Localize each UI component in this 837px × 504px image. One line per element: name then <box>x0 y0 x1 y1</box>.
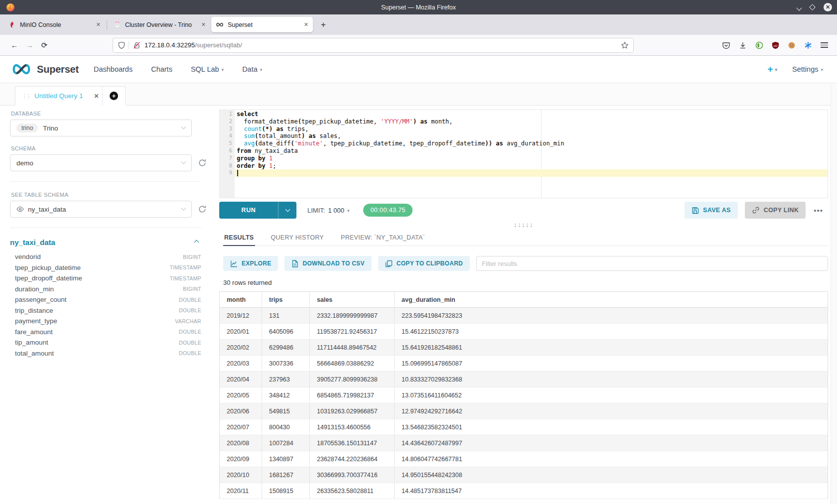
window-maximize-icon[interactable] <box>809 4 816 10</box>
table-column-row[interactable]: payment_type VARCHAR <box>10 316 201 327</box>
reload-button[interactable]: ⟳ <box>37 41 52 50</box>
window-minimize-icon[interactable] <box>797 3 801 12</box>
tab-title: Superset <box>228 21 300 28</box>
table-row[interactable]: 2020/03300733656664869.0388629215.096995… <box>220 356 828 372</box>
query-tab-active[interactable]: ⋮⋮ Untitled Query 1 ✕ <box>15 86 103 106</box>
table-column-row[interactable]: passenger_count DOUBLE <box>10 294 201 305</box>
table-schema-value: ny_taxi_data <box>28 206 66 213</box>
column-type: TIMESTAMP <box>170 275 201 281</box>
table-column-list: vendorid BIGINT tpep_pickup_datetime TIM… <box>10 252 201 359</box>
table-column-row[interactable]: fare_amount DOUBLE <box>10 327 201 338</box>
column-header[interactable]: month <box>220 292 262 308</box>
more-options-button[interactable]: ••• <box>814 206 823 215</box>
column-header[interactable]: avg_duration_min <box>395 292 828 308</box>
results-tab[interactable]: RESULTS <box>223 231 255 246</box>
refresh-table-icon[interactable] <box>198 205 207 214</box>
settings-menu[interactable]: Settings▾ <box>792 65 823 73</box>
table-column-row[interactable]: trip_distance DOUBLE <box>10 305 201 316</box>
downloads-icon[interactable] <box>739 41 747 49</box>
tab-close-icon[interactable]: ✕ <box>304 21 308 28</box>
drag-handle-icon[interactable]: ⋮⋮ <box>21 93 30 100</box>
back-button[interactable]: ← <box>7 41 22 49</box>
tracking-shield-icon[interactable] <box>118 41 126 49</box>
new-item-button[interactable]: +▾ <box>767 64 777 75</box>
table-schema-select[interactable]: ny_taxi_data <box>10 201 192 218</box>
schema-select[interactable]: demo <box>10 154 192 171</box>
asterisk-extension-icon[interactable] <box>804 41 812 49</box>
limit-dropdown[interactable]: LIMIT: 1 000 ▾ <box>307 207 349 214</box>
table-row[interactable]: 2020/042379633905277.809993623810.833327… <box>220 372 828 387</box>
table-column-row[interactable]: duration_min BIGINT <box>10 284 201 295</box>
run-button[interactable]: RUN <box>219 202 296 219</box>
cookie-extension-icon[interactable] <box>788 41 796 49</box>
editor-code-area[interactable]: select format_datetime(tpep_pickup_datet… <box>235 110 828 198</box>
results-action-button[interactable]: EXPLORE <box>223 256 278 271</box>
url-text[interactable]: 172.18.0.4:32295/superset/sqllab/ <box>144 41 621 49</box>
results-tab[interactable]: QUERY HISTORY <box>270 231 325 246</box>
table-row[interactable]: 2020/026299486117114448.8946754215.64192… <box>220 340 828 356</box>
ublock-icon[interactable]: uO <box>772 41 779 49</box>
filter-results-input[interactable] <box>476 256 828 271</box>
results-tab[interactable]: PREVIEW: `NY_TAXI_DATA` <box>340 231 426 246</box>
new-tab-button[interactable]: + <box>316 18 330 32</box>
run-options-caret[interactable] <box>278 202 296 219</box>
column-name: tpep_pickup_datetime <box>15 264 81 271</box>
results-action-button[interactable]: COPY TO CLIPBOARD <box>378 256 470 271</box>
results-action-button[interactable]: DOWNLOAD TO CSV <box>284 256 371 271</box>
chevron-up-icon[interactable] <box>194 240 199 245</box>
navbar-menu-item[interactable]: Dashboards <box>94 65 133 73</box>
window-close-icon[interactable]: ✕ <box>824 3 832 11</box>
table-cell: 223.59541984732823 <box>395 308 828 323</box>
refresh-schema-icon[interactable] <box>198 158 207 167</box>
table-column-row[interactable]: tpep_pickup_datetime TIMESTAMP <box>10 262 201 273</box>
run-button-label[interactable]: RUN <box>219 202 278 219</box>
table-row[interactable]: 2020/0654981510319263.02996685712.974924… <box>220 403 828 419</box>
column-header[interactable]: sales <box>310 292 395 308</box>
table-column-row[interactable]: tip_amount DOUBLE <box>10 337 201 348</box>
browser-tab[interactable]: Cluster Overview - Trino ✕ <box>109 17 210 32</box>
add-query-tab-button[interactable]: + <box>103 86 126 106</box>
column-type: DOUBLE <box>179 350 201 356</box>
forward-button[interactable]: → <box>22 41 37 49</box>
table-row[interactable]: 2020/11150891526335623.5802881114.485173… <box>220 483 828 499</box>
save-as-button[interactable]: SAVE AS <box>685 202 738 219</box>
tab-close-icon[interactable]: ✕ <box>201 21 206 28</box>
query-tab-close-icon[interactable]: ✕ <box>94 93 99 100</box>
copy-link-button[interactable]: COPY LINK <box>745 202 806 219</box>
table-column-row[interactable]: tpep_dropoff_datetime TIMESTAMP <box>10 273 201 284</box>
table-row[interactable]: 2020/0780043014913153.460055613.54682358… <box>220 419 828 435</box>
column-name: trip_distance <box>15 307 53 314</box>
table-row[interactable]: 2020/016405096119538721.9245631715.46122… <box>220 324 828 340</box>
page-scrollbar[interactable] <box>831 84 837 504</box>
insecure-lock-icon[interactable] <box>133 41 140 49</box>
pane-resize-handle[interactable] <box>219 222 828 228</box>
sql-editor[interactable]: 123456789 select format_datetime(tpep_pi… <box>219 110 828 198</box>
table-row[interactable]: 2019/121312332.1899999999987223.59541984… <box>220 308 828 324</box>
browser-tab[interactable]: Superset ✕ <box>211 17 313 32</box>
address-bar[interactable]: 172.18.0.4:32295/superset/sqllab/ <box>113 38 634 53</box>
results-tab-bar: RESULTS QUERY HISTORY PREVIEW: `NY_TAXI_… <box>223 231 828 246</box>
column-header[interactable]: trips <box>262 292 310 308</box>
table-cell: 2332.1899999999987 <box>310 308 395 323</box>
navbar-menu-item[interactable]: Data▾ <box>242 65 262 73</box>
superset-brand[interactable]: Superset <box>11 64 79 75</box>
pocket-icon[interactable] <box>722 41 730 49</box>
table-row[interactable]: 2020/053484126854865.71998213713.0735164… <box>220 387 828 403</box>
plus-circle-icon: + <box>110 92 118 100</box>
table-column-row[interactable]: vendorid BIGINT <box>10 252 201 262</box>
navbar-menu-item[interactable]: SQL Lab▾ <box>191 65 224 73</box>
extension-green-icon[interactable] <box>755 41 763 49</box>
navbar-menu-item[interactable]: Charts <box>151 65 172 73</box>
gutter-line-number: 4 <box>220 132 232 140</box>
table-row[interactable]: 2020/10168126730366993.70037741614.95015… <box>220 467 828 483</box>
database-select[interactable]: trino Trino <box>10 120 192 136</box>
table-column-row[interactable]: total_amount DOUBLE <box>10 348 201 359</box>
menu-hamburger-icon[interactable] <box>821 42 828 48</box>
table-row[interactable]: 2020/08100728418705536.15013114714.43642… <box>220 435 828 451</box>
tab-close-icon[interactable]: ✕ <box>96 21 101 28</box>
table-columns-header[interactable]: ny_taxi_data <box>10 238 201 247</box>
browser-tab[interactable]: MinIO Console ✕ <box>3 17 105 32</box>
bookmark-star-icon[interactable] <box>621 41 629 49</box>
table-row[interactable]: 2020/09134089723628744.22023686414.80604… <box>220 451 828 467</box>
caret-down-icon: ▾ <box>260 67 263 72</box>
